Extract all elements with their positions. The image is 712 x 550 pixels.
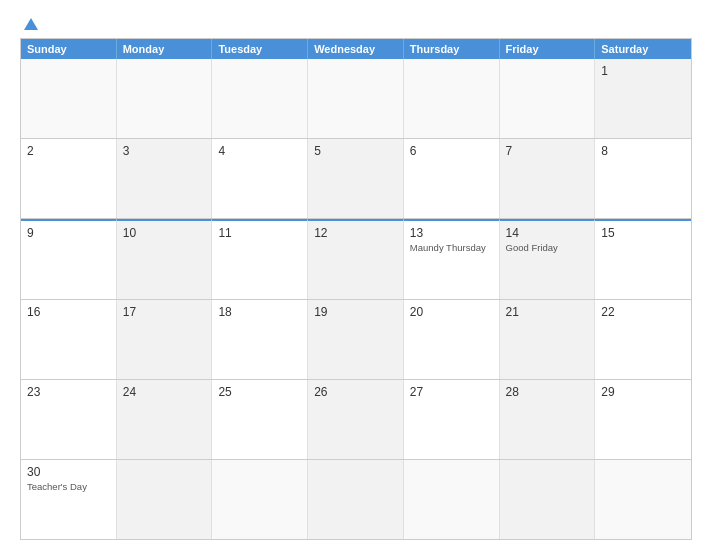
calendar-row: 2345678 [21, 138, 691, 218]
calendar-cell: 1 [595, 59, 691, 138]
calendar-cell: 18 [212, 300, 308, 379]
calendar-cell: 14Good Friday [500, 219, 596, 298]
calendar-cell [595, 460, 691, 539]
day-number: 3 [123, 144, 130, 158]
calendar-header-row: SundayMondayTuesdayWednesdayThursdayFrid… [21, 39, 691, 59]
calendar-cell: 3 [117, 139, 213, 218]
calendar-cell: 9 [21, 219, 117, 298]
calendar-cell [212, 59, 308, 138]
day-number: 27 [410, 385, 423, 399]
day-number: 17 [123, 305, 136, 319]
calendar-header-cell: Thursday [404, 39, 500, 59]
calendar-cell: 11 [212, 219, 308, 298]
day-number: 14 [506, 226, 519, 240]
calendar-cell: 6 [404, 139, 500, 218]
calendar-cell: 5 [308, 139, 404, 218]
day-number: 5 [314, 144, 321, 158]
calendar-cell: 28 [500, 380, 596, 459]
calendar-row: 910111213Maundy Thursday14Good Friday15 [21, 218, 691, 298]
day-number: 20 [410, 305, 423, 319]
day-number: 8 [601, 144, 608, 158]
calendar-page: SundayMondayTuesdayWednesdayThursdayFrid… [0, 0, 712, 550]
day-number: 19 [314, 305, 327, 319]
day-number: 24 [123, 385, 136, 399]
calendar-cell: 20 [404, 300, 500, 379]
calendar-cell [308, 460, 404, 539]
calendar-cell: 12 [308, 219, 404, 298]
day-number: 13 [410, 226, 423, 240]
day-number: 30 [27, 465, 40, 479]
calendar-cell: 23 [21, 380, 117, 459]
day-number: 11 [218, 226, 231, 240]
day-number: 4 [218, 144, 225, 158]
day-number: 26 [314, 385, 327, 399]
day-number: 18 [218, 305, 231, 319]
day-number: 12 [314, 226, 327, 240]
day-number: 15 [601, 226, 614, 240]
calendar-row: 1 [21, 59, 691, 138]
day-event: Maundy Thursday [410, 242, 486, 254]
logo-triangle-icon [24, 18, 38, 30]
calendar-body: 12345678910111213Maundy Thursday14Good F… [21, 59, 691, 539]
calendar-cell [212, 460, 308, 539]
day-number: 2 [27, 144, 34, 158]
day-number: 21 [506, 305, 519, 319]
calendar-cell: 26 [308, 380, 404, 459]
calendar-cell [404, 59, 500, 138]
calendar-cell: 17 [117, 300, 213, 379]
day-number: 25 [218, 385, 231, 399]
day-number: 16 [27, 305, 40, 319]
calendar-cell: 19 [308, 300, 404, 379]
logo [20, 18, 38, 30]
day-number: 10 [123, 226, 136, 240]
calendar-header-cell: Friday [500, 39, 596, 59]
day-number: 22 [601, 305, 614, 319]
calendar-header-cell: Sunday [21, 39, 117, 59]
calendar-header-cell: Wednesday [308, 39, 404, 59]
day-number: 7 [506, 144, 513, 158]
day-number: 29 [601, 385, 614, 399]
day-number: 9 [27, 226, 34, 240]
page-header [20, 18, 692, 30]
calendar-row: 30Teacher's Day [21, 459, 691, 539]
day-number: 28 [506, 385, 519, 399]
calendar-header-cell: Tuesday [212, 39, 308, 59]
calendar-cell: 15 [595, 219, 691, 298]
calendar-grid: SundayMondayTuesdayWednesdayThursdayFrid… [20, 38, 692, 540]
calendar-cell: 29 [595, 380, 691, 459]
calendar-cell: 16 [21, 300, 117, 379]
day-event: Good Friday [506, 242, 558, 254]
calendar-header-cell: Saturday [595, 39, 691, 59]
calendar-row: 16171819202122 [21, 299, 691, 379]
calendar-cell: 22 [595, 300, 691, 379]
calendar-cell: 25 [212, 380, 308, 459]
calendar-cell: 24 [117, 380, 213, 459]
calendar-cell [500, 59, 596, 138]
calendar-cell: 21 [500, 300, 596, 379]
calendar-cell [404, 460, 500, 539]
day-number: 1 [601, 64, 608, 78]
calendar-cell: 2 [21, 139, 117, 218]
day-number: 23 [27, 385, 40, 399]
day-number: 6 [410, 144, 417, 158]
calendar-cell [500, 460, 596, 539]
calendar-cell [308, 59, 404, 138]
day-event: Teacher's Day [27, 481, 87, 493]
calendar-cell: 4 [212, 139, 308, 218]
logo-blue-text [20, 18, 38, 30]
calendar-cell [117, 460, 213, 539]
calendar-cell: 30Teacher's Day [21, 460, 117, 539]
calendar-cell: 10 [117, 219, 213, 298]
calendar-cell: 13Maundy Thursday [404, 219, 500, 298]
calendar-cell: 8 [595, 139, 691, 218]
calendar-row: 23242526272829 [21, 379, 691, 459]
calendar-cell [21, 59, 117, 138]
calendar-cell: 7 [500, 139, 596, 218]
calendar-cell [117, 59, 213, 138]
calendar-cell: 27 [404, 380, 500, 459]
calendar-header-cell: Monday [117, 39, 213, 59]
